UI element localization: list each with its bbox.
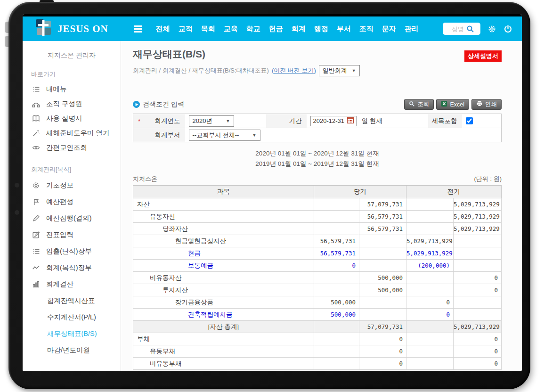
menu-item-학교[interactable]: 학교 xyxy=(242,24,265,33)
menu-item-헌금[interactable]: 헌금 xyxy=(265,24,287,33)
menu-item-행정[interactable]: 행정 xyxy=(310,24,333,33)
sidebar-item-내메뉴[interactable]: 내메뉴 xyxy=(23,82,121,97)
amount-cell: (200,000) xyxy=(406,260,454,272)
sidebar-item-label: 조직 구성원 xyxy=(46,99,82,108)
amount-cell: 5,029,713,929 xyxy=(406,235,454,247)
page-title: 재무상태표(B/S) xyxy=(133,48,502,61)
org-icon xyxy=(32,100,40,108)
sidebar-item-마감/년도이월[interactable]: 마감/년도이월 xyxy=(23,342,121,359)
amount-cell: 56,579,731 xyxy=(359,223,406,235)
app-logo[interactable]: JESUS ON xyxy=(34,18,108,39)
include-detail-checkbox[interactable] xyxy=(466,117,473,124)
sidebar-item-label: 사용 설명서 xyxy=(46,114,82,123)
gear-icon xyxy=(32,181,40,189)
menu-item-회계[interactable]: 회계 xyxy=(287,24,310,33)
period-label: 기간 xyxy=(289,117,302,124)
name-search-box[interactable] xyxy=(443,23,480,35)
power-logout-icon[interactable] xyxy=(503,24,512,33)
account-name: 자산 xyxy=(133,198,314,211)
인쇄-button[interactable]: 인쇄 xyxy=(471,99,502,110)
조회-button[interactable]: 조회 xyxy=(404,99,434,110)
cross-logo-icon xyxy=(34,18,53,39)
amount-cell: 56,579,731 xyxy=(314,235,359,247)
amount-cell xyxy=(454,296,502,309)
amount-cell: 56,579,731 xyxy=(314,247,359,260)
fiscal-year-value: 2020년 xyxy=(193,117,212,125)
account-name: 당좌자산 xyxy=(133,223,314,235)
calendar-icon[interactable] xyxy=(347,117,354,125)
sidebar-item-label: 수지계산서(P/L) xyxy=(47,313,96,322)
search-condition-panel: * 회계연도 2020년 ▼ 기간 2020-12-31 xyxy=(133,114,502,142)
name-search-input[interactable] xyxy=(447,25,466,33)
sidebar-item-합계잔액시산표[interactable]: 합계잔액시산표 xyxy=(23,293,121,309)
sidebar-item-사용 설명서[interactable]: 사용 설명서 xyxy=(23,111,121,126)
sidebar-item-회계결산[interactable]: 회계결산 xyxy=(23,276,121,293)
list-icon xyxy=(32,247,40,255)
amount-cell xyxy=(314,198,359,211)
dept-label: 회계부서 xyxy=(155,131,180,139)
amount-cell xyxy=(314,333,359,345)
amount-cell xyxy=(454,309,502,321)
account-link[interactable]: 건축적립예치금 xyxy=(133,309,314,321)
dept-value: --교회부서 전체-- xyxy=(193,131,239,139)
sidebar-item-간편교인조회[interactable]: 간편교인조회 xyxy=(23,140,121,155)
menu-item-전체[interactable]: 전체 xyxy=(152,24,174,33)
chevron-down-icon: ▼ xyxy=(252,133,257,138)
table-row: 당좌자산56,579,7315,029,713,929 xyxy=(133,223,502,235)
report-period-previous: 2019년 01월 01일 ~ 2019년 12월 31일 현재 xyxy=(133,159,502,169)
hamburger-menu-icon[interactable] xyxy=(134,25,142,33)
sidebar: 지저스온 관리자 바로가기내메뉴조직 구성원사용 설명서새해준비도우미 열기간편… xyxy=(23,41,121,371)
amount-cell xyxy=(314,223,359,235)
sidebar-item-전표입력[interactable]: 전표입력 xyxy=(23,227,121,243)
org-name: 지저스온 xyxy=(133,175,157,183)
table-row: 비유동부채00 xyxy=(133,358,502,370)
bezel-camera-dot xyxy=(15,210,19,215)
detail-manual-badge[interactable]: 상세설명서 xyxy=(464,50,502,62)
settings-gear-icon[interactable] xyxy=(487,24,496,33)
table-row: 장기금융상품500,0000 xyxy=(133,296,502,309)
edit-icon xyxy=(32,231,40,239)
account-link[interactable]: 보통예금 xyxy=(133,260,314,272)
sidebar-item-입출(단식)장부[interactable]: 입출(단식)장부 xyxy=(23,243,121,260)
menu-item-목회[interactable]: 목회 xyxy=(197,24,219,33)
period-suffix: 일 현재 xyxy=(362,117,382,124)
print-icon xyxy=(476,100,483,108)
sidebar-item-기초정보[interactable]: 기초정보 xyxy=(23,177,121,194)
amount-cell: 0 xyxy=(314,260,359,272)
amount-cell: 500,000 xyxy=(314,309,359,321)
previous-version-link[interactable]: (이전 버전 보기) xyxy=(272,66,316,75)
dept-select[interactable]: --교회부서 전체-- ▼ xyxy=(189,130,260,141)
sidebar-item-회계(복식)장부[interactable]: 회계(복식)장부 xyxy=(23,260,121,276)
menu-item-교육[interactable]: 교육 xyxy=(219,24,242,33)
menu-item-문자[interactable]: 문자 xyxy=(378,24,400,33)
sidebar-item-label: 예산편성 xyxy=(46,197,73,206)
flag-icon xyxy=(32,198,40,206)
sidebar-item-예산편성[interactable]: 예산편성 xyxy=(23,194,121,210)
book-type-value: 일반회계 xyxy=(323,66,347,75)
menu-item-관리[interactable]: 관리 xyxy=(400,24,423,33)
account-name: 장기금융상품 xyxy=(133,296,314,309)
amount-cell xyxy=(406,223,454,235)
sidebar-item-예산집행(결의)[interactable]: 예산집행(결의) xyxy=(23,210,121,227)
amount-cell: 5,029,913,929 xyxy=(406,247,454,260)
account-name: 비유동부채 xyxy=(133,358,314,370)
book-type-select[interactable]: 일반회계 ▼ xyxy=(319,65,360,76)
table-row: [자산 총계]57,079,7315,029,713,929 xyxy=(133,321,502,333)
menu-item-조직[interactable]: 조직 xyxy=(355,24,378,33)
period-date-input[interactable]: 2020-12-31 xyxy=(310,116,357,126)
amount-cell xyxy=(406,198,454,211)
sidebar-item-수지계산서(P/L)[interactable]: 수지계산서(P/L) xyxy=(23,309,121,326)
Excel-button[interactable]: Excel xyxy=(436,99,469,110)
bars-icon xyxy=(32,280,40,288)
account-link[interactable]: 현금 xyxy=(133,247,314,260)
sidebar-item-조직 구성원[interactable]: 조직 구성원 xyxy=(23,97,121,111)
menu-item-교적[interactable]: 교적 xyxy=(174,24,197,33)
amount-cell xyxy=(406,321,454,333)
table-row: 비유동자산500,0000 xyxy=(133,272,502,284)
search-icon[interactable] xyxy=(466,25,474,33)
menu-item-부서[interactable]: 부서 xyxy=(333,24,355,33)
fiscal-year-select[interactable]: 2020년 ▼ xyxy=(189,115,234,127)
amount-cell: 500,000 xyxy=(314,296,359,309)
sidebar-item-새해준비도우미 열기[interactable]: 새해준비도우미 열기 xyxy=(23,126,121,140)
sidebar-item-재무상태표(B/S)[interactable]: 재무상태표(B/S) xyxy=(23,326,121,342)
